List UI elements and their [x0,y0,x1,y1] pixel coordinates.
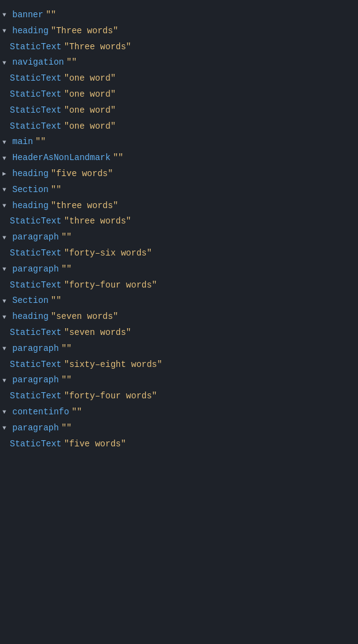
node-value-contentinfo: "" [71,405,82,420]
node-value-banner-heading-static: "Three words" [64,40,131,55]
toggle-icon-contentinfo[interactable] [2,407,10,417]
node-name-section2-para2: paragraph [12,373,59,388]
node-value-section1-para2-static: "forty–four words" [64,278,157,293]
tree-node-section1-heading: heading "three words" [0,198,358,214]
node-value-section2-para1-static: "sixty–eight words" [64,358,162,372]
node-value-section1-heading-static: "three words" [64,214,131,229]
node-name-nav-s1: StaticText [10,71,62,86]
node-name-section2-heading-static: StaticText [10,326,62,340]
node-value-nav-s2: "one word" [64,87,116,102]
toggle-icon-section2[interactable] [2,296,10,307]
tree-node-banner: banner "" [0,7,358,23]
toggle-icon-main[interactable] [2,137,10,148]
tree-node-nav-s3: StaticText "one word" [0,103,358,119]
tree-node-header-nonlandmark: HeaderAsNonLandmark "" [0,150,358,166]
node-name-section1: Section [12,183,49,198]
node-name-section1-para1: paragraph [12,230,59,245]
node-value-main: "" [36,135,46,150]
tree-node-section1-para2-static: StaticText "forty–four words" [0,278,358,294]
toggle-icon-section2-para1[interactable] [2,344,10,354]
tree-node-nav-s2: StaticText "one word" [0,87,358,103]
tree-node-section2-para2: paragraph "" [0,372,358,388]
toggle-icon-banner[interactable] [2,10,10,20]
node-name-contentinfo-para-static: StaticText [10,437,62,452]
tree-node-section2-heading: heading "seven words" [0,309,358,325]
node-name-section1-para1-static: StaticText [10,246,62,261]
toggle-icon-banner-nav[interactable] [2,58,10,68]
node-name-section1-heading-static: StaticText [10,214,62,229]
toggle-icon-section1-para1[interactable] [2,233,10,243]
tree-node-section1: Section "" [0,182,358,198]
toggle-icon-contentinfo-para[interactable] [2,423,10,433]
node-name-main: main [12,135,33,150]
tree-node-section1-heading-static: StaticText "three words" [0,214,358,230]
node-name-section2-para1: paragraph [12,342,59,356]
node-value-nav-s4: "one word" [64,119,116,134]
node-value-section2-heading: "seven words" [51,310,118,324]
tree-node-nav-s4: StaticText "one word" [0,119,358,135]
node-value-section2-para1: "" [62,342,72,356]
node-name-contentinfo: contentinfo [12,405,69,420]
node-name-banner: banner [12,8,43,23]
tree-node-section2-heading-static: StaticText "seven words" [0,325,358,341]
node-value-section1-heading: "three words" [51,199,118,214]
tree-node-section2-para1-static: StaticText "sixty–eight words" [0,357,358,373]
node-value-banner-nav: "" [66,55,77,70]
node-name-section2-para2-static: StaticText [10,389,62,404]
tree-node-main-heading: heading "five words" [0,166,358,182]
node-value-contentinfo-para: "" [62,421,72,436]
node-name-section1-para2: paragraph [12,262,59,277]
node-value-section1-para1: "" [62,230,72,245]
node-name-contentinfo-para: paragraph [12,421,59,436]
toggle-icon-section1[interactable] [2,185,10,195]
node-name-nav-s2: StaticText [10,87,62,102]
node-value-section2: "" [51,294,62,308]
node-value-banner: "" [46,8,56,23]
node-value-contentinfo-para-static: "five words" [64,437,126,452]
node-name-section1-para2-static: StaticText [10,278,62,293]
node-value-section1-para2: "" [62,262,72,277]
toggle-icon-header-nonlandmark[interactable] [2,153,10,164]
toggle-icon-main-heading[interactable] [2,169,10,179]
node-value-banner-heading: "Three words" [51,24,118,39]
toggle-icon-section1-heading[interactable] [2,201,10,211]
accessibility-tree: banner "" heading "Three words" StaticTe… [0,5,358,454]
toggle-icon-section1-para2[interactable] [2,264,10,275]
tree-node-section2-para2-static: StaticText "forty–four words" [0,388,358,405]
tree-node-contentinfo-para: paragraph "" [0,421,358,437]
node-value-header-nonlandmark: "" [113,151,124,166]
node-name-banner-heading-static: StaticText [10,40,62,55]
node-name-section1-heading: heading [12,199,49,214]
node-value-main-heading: "five words" [51,167,113,182]
tree-node-banner-heading-static: StaticText "Three words" [0,39,358,55]
node-name-section2-heading: heading [12,310,49,324]
toggle-icon-section2-heading[interactable] [2,312,10,323]
node-name-section2: Section [12,294,49,308]
node-value-section2-para2: "" [62,373,72,388]
tree-node-section1-para2: paragraph "" [0,262,358,278]
node-value-section1: "" [51,183,62,198]
node-name-nav-s4: StaticText [10,119,62,134]
node-value-nav-s1: "one word" [64,71,116,86]
tree-node-contentinfo: contentinfo "" [0,405,358,421]
tree-node-banner-nav: navigation "" [0,55,358,71]
node-value-section1-para1-static: "forty–six words" [64,246,152,261]
toggle-icon-section2-para2[interactable] [2,376,10,386]
node-name-nav-s3: StaticText [10,103,62,118]
node-value-nav-s3: "one word" [64,103,116,118]
tree-node-nav-s1: StaticText "one word" [0,71,358,87]
tree-node-section1-para1-static: StaticText "forty–six words" [0,246,358,262]
node-name-banner-nav: navigation [12,55,64,70]
node-name-main-heading: heading [12,167,49,182]
tree-node-section1-para1: paragraph "" [0,230,358,246]
tree-node-contentinfo-para-static: StaticText "five words" [0,437,358,453]
node-name-header-nonlandmark: HeaderAsNonLandmark [12,151,111,166]
toggle-icon-banner-heading[interactable] [2,26,10,36]
node-name-section2-para1-static: StaticText [10,358,62,372]
tree-node-section2-para1: paragraph "" [0,341,358,357]
tree-node-main: main "" [0,134,358,150]
tree-node-section2: Section "" [0,293,358,309]
node-value-section2-para2-static: "forty–four words" [64,389,157,404]
node-value-section2-heading-static: "seven words" [64,326,131,340]
tree-node-banner-heading: heading "Three words" [0,23,358,39]
